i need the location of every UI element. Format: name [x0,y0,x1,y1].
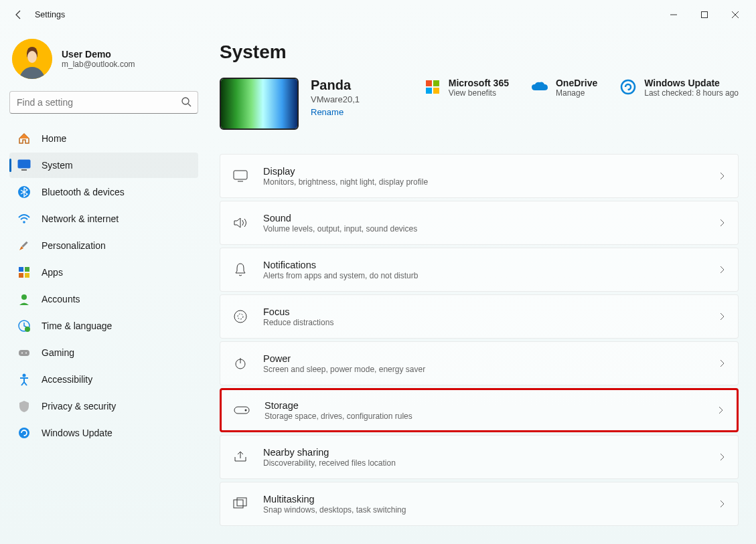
nav-system[interactable]: System [9,153,198,178]
svg-point-9 [23,221,25,223]
item-power[interactable]: PowerScreen and sleep, power mode, energ… [220,341,739,385]
item-sub: Screen and sleep, power mode, energy sav… [263,365,718,374]
nav-bluetooth[interactable]: Bluetooth & devices [9,179,198,205]
wifi-icon [17,212,31,225]
rename-link[interactable]: Rename [311,107,360,117]
nav-label: Personalization [42,240,106,251]
nav-network[interactable]: Network & internet [9,206,198,232]
nav-label: Home [42,133,66,144]
nav-label: Apps [42,267,63,278]
item-display[interactable]: DisplayMonitors, brightness, night light… [220,154,739,198]
item-title: Sound [263,213,718,223]
chevron-right-icon [718,500,726,508]
item-sub: Storage space, drives, configuration rul… [264,412,716,421]
svg-rect-36 [234,500,243,508]
gamepad-icon [17,346,31,359]
nav-home[interactable]: Home [9,126,198,151]
nav-label: Windows Update [42,428,112,438]
nav-accessibility[interactable]: Accessibility [9,367,198,392]
back-button[interactable] [5,1,32,28]
card-title: Windows Update [644,78,739,88]
svg-point-3 [27,51,37,63]
minimize-button[interactable] [658,4,689,25]
chevron-right-icon [718,266,726,274]
onedrive-icon [530,78,549,96]
brush-icon [17,239,31,252]
settings-list: DisplayMonitors, brightness, night light… [220,154,739,526]
item-title: Nearby sharing [263,447,718,458]
item-notifications[interactable]: NotificationsAlerts from apps and system… [220,248,739,292]
item-storage[interactable]: StorageStorage space, drives, configurat… [220,388,739,432]
nav: Home System Bluetooth & devices Network … [9,126,198,446]
svg-rect-23 [426,80,432,86]
svg-rect-11 [19,267,23,272]
nav-personalization[interactable]: Personalization [9,233,198,258]
avatar [12,39,52,79]
accessibility-icon [17,373,31,386]
card-sub: View benefits [449,88,509,98]
nav-accounts[interactable]: Accounts [9,286,198,312]
nav-gaming[interactable]: Gaming [9,340,198,365]
item-title: Focus [263,306,718,317]
item-sub: Monitors, brightness, night light, displ… [263,177,718,187]
content-area: System Panda VMware20,1 Rename Microsoft… [208,29,756,544]
maximize-button[interactable] [689,4,720,25]
chevron-right-icon [718,453,726,461]
nav-label: System [42,160,73,171]
item-sound[interactable]: SoundVolume levels, output, input, sound… [220,201,739,245]
update-status-icon [619,78,637,96]
svg-rect-37 [237,498,246,506]
multitasking-icon [232,496,248,512]
card-windows-update[interactable]: Windows Update Last checked: 8 hours ago [619,78,739,98]
shield-icon [17,399,31,413]
svg-line-5 [188,104,191,106]
nav-time-language[interactable]: Time & language [9,313,198,339]
window-title: Settings [35,10,65,19]
home-icon [17,132,31,145]
item-sub: Volume levels, output, input, sound devi… [263,224,718,234]
item-nearby-sharing[interactable]: Nearby sharingDiscoverability, received … [220,435,739,479]
item-title: Notifications [263,260,718,270]
card-microsoft365[interactable]: Microsoft 365 View benefits [423,78,509,98]
apps-icon [17,266,31,279]
system-icon [17,159,31,172]
svg-rect-10 [21,242,27,248]
svg-point-20 [25,353,27,354]
focus-icon [232,308,248,325]
svg-rect-13 [19,273,23,278]
nav-windows-update[interactable]: Windows Update [9,420,198,446]
svg-point-27 [621,80,635,94]
chevron-right-icon [718,312,726,321]
device-model: VMware20,1 [311,94,360,104]
share-icon [232,449,248,465]
search-input[interactable] [9,91,198,114]
power-icon [232,355,248,371]
page-title: System [220,41,739,63]
card-onedrive[interactable]: OneDrive Manage [530,78,597,98]
sidebar: User Demo m_lab@outlook.com Home System [0,29,208,544]
item-focus[interactable]: FocusReduce distractions [220,294,739,339]
nav-label: Accessibility [42,374,92,385]
user-email: m_lab@outlook.com [62,60,135,69]
user-block[interactable]: User Demo m_lab@outlook.com [9,35,198,91]
clock-globe-icon [17,319,31,333]
svg-rect-12 [25,267,29,272]
card-title: Microsoft 365 [449,78,509,88]
item-title: Multitasking [263,494,718,505]
chevron-right-icon [716,406,725,414]
nav-apps[interactable]: Apps [9,260,198,285]
svg-point-19 [21,353,23,354]
nav-label: Network & internet [42,213,119,224]
search-icon [181,96,192,107]
close-button[interactable] [720,4,751,25]
search-box [9,91,198,114]
nav-privacy[interactable]: Privacy & security [9,393,198,419]
svg-rect-24 [433,80,439,86]
svg-rect-14 [25,273,29,278]
item-multitasking[interactable]: MultitaskingSnap windows, desktops, task… [220,482,739,526]
svg-point-22 [19,428,29,438]
svg-point-21 [23,374,26,377]
device-thumbnail[interactable] [220,78,299,130]
card-sub: Manage [556,88,597,98]
svg-rect-25 [426,88,432,94]
